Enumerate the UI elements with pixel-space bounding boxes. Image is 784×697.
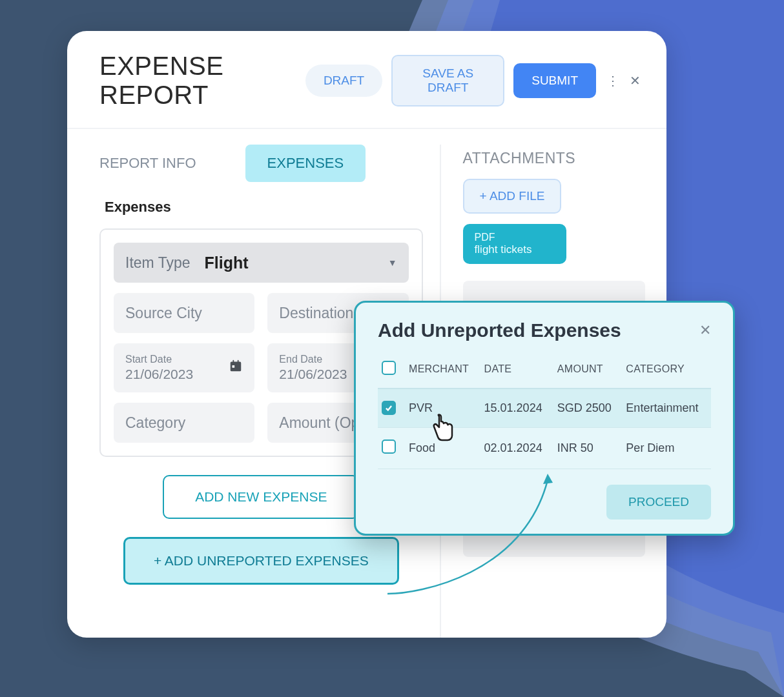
status-badge: DRAFT	[305, 65, 382, 97]
start-date-value: 21/06/2023	[125, 367, 193, 382]
col-amount: AMOUNT	[553, 354, 623, 389]
svg-rect-1	[231, 362, 242, 365]
cell-merchant: Food	[405, 428, 480, 469]
calendar-icon	[229, 359, 243, 377]
cell-amount: SGD 2500	[553, 389, 623, 428]
chevron-down-icon: ▼	[388, 258, 397, 268]
table-row[interactable]: PVR 15.01.2024 SGD 2500 Entertainment	[378, 389, 711, 428]
row-checkbox[interactable]	[382, 401, 396, 415]
submit-button[interactable]: SUBMIT	[513, 63, 596, 98]
attachment-type: PDF	[475, 232, 555, 243]
cell-date: 15.01.2024	[480, 389, 553, 428]
table-row[interactable]: Food 02.01.2024 INR 50 Per Diem	[378, 428, 711, 469]
add-unreported-expenses-button[interactable]: + ADD UNREPORTED EXPENSES	[123, 537, 399, 585]
tab-report-info[interactable]: REPORT INFO	[99, 145, 218, 182]
select-all-checkbox[interactable]	[382, 361, 396, 375]
unreported-expenses-popup: Add Unreported Expenses ✕ MERCHANT DATE …	[354, 301, 735, 536]
header: EXPENSE REPORT DRAFT SAVE AS DRAFT SUBMI…	[67, 31, 666, 129]
popup-close-icon[interactable]: ✕	[699, 322, 711, 339]
save-as-draft-button[interactable]: SAVE AS DRAFT	[391, 55, 504, 106]
more-options-icon[interactable]: ⋮	[606, 73, 619, 88]
start-date-label: Start Date	[125, 354, 172, 365]
col-merchant: MERCHANT	[405, 354, 480, 389]
end-date-label: End Date	[279, 354, 322, 365]
attachment-card[interactable]: PDF flight tickets	[463, 224, 566, 264]
category-field[interactable]: Category	[114, 403, 254, 443]
col-category: CATEGORY	[622, 354, 711, 389]
attachment-name: flight tickets	[475, 243, 555, 256]
page-title: EXPENSE REPORT	[99, 52, 287, 110]
cell-amount: INR 50	[553, 428, 623, 469]
cell-date: 02.01.2024	[480, 428, 553, 469]
item-type-value: Flight	[205, 254, 388, 272]
svg-rect-4	[232, 365, 235, 368]
svg-rect-3	[238, 360, 239, 363]
section-heading: Expenses	[105, 199, 423, 216]
popup-title: Add Unreported Expenses	[378, 319, 621, 341]
attachments-heading: ATTACHMENTS	[463, 150, 659, 167]
item-type-select[interactable]: Item Type Flight ▼	[114, 243, 409, 283]
add-new-expense-button[interactable]: ADD NEW EXPENSE	[163, 475, 359, 519]
svg-rect-2	[233, 360, 234, 363]
item-type-label: Item Type	[125, 254, 191, 272]
proceed-button[interactable]: PROCEED	[606, 485, 711, 520]
cell-category: Entertainment	[622, 389, 711, 428]
source-city-field[interactable]: Source City	[114, 293, 254, 333]
col-date: DATE	[480, 354, 553, 389]
end-date-value: 21/06/2023	[279, 367, 347, 382]
start-date-field[interactable]: Start Date 21/06/2023	[114, 343, 254, 392]
close-icon[interactable]: ✕	[630, 73, 641, 88]
add-file-button[interactable]: + ADD FILE	[463, 179, 562, 214]
cell-category: Per Diem	[622, 428, 711, 469]
unreported-expenses-table: MERCHANT DATE AMOUNT CATEGORY PVR 15.01.…	[378, 354, 711, 469]
cell-merchant: PVR	[405, 389, 480, 428]
row-checkbox[interactable]	[382, 439, 396, 454]
tab-expenses[interactable]: EXPENSES	[245, 145, 366, 182]
tabs: REPORT INFO EXPENSES	[99, 145, 423, 182]
